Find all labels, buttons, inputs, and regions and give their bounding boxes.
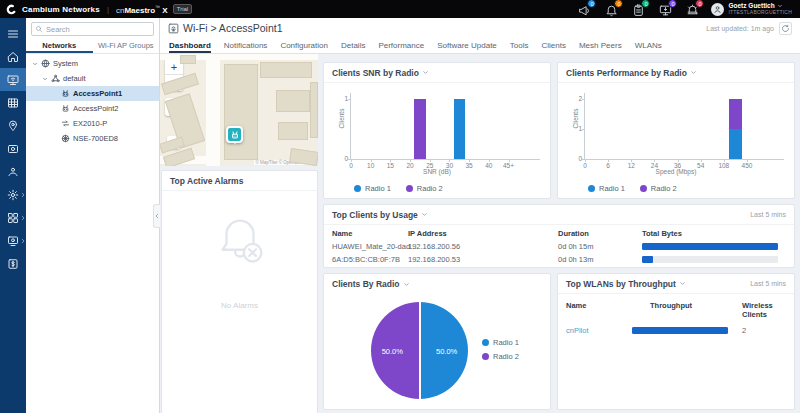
legend-dot [406, 185, 413, 192]
pie-slice-label: 50.0% [436, 346, 457, 355]
location-map[interactable]: HORDORFERSTRASSE © MapTiler © OpenStreet… [160, 54, 318, 166]
avatar [711, 3, 724, 16]
tree-item-ex2010-p[interactable]: EX2010-P [26, 116, 159, 131]
legend-item-radio-2[interactable]: Radio 2 [640, 184, 677, 193]
legend-dot [482, 353, 489, 360]
card-title: Clients SNR by Radio [332, 68, 429, 78]
sidebar-item-services[interactable] [0, 160, 26, 183]
column-header: Name [332, 230, 352, 239]
tree-items: SystemdefaultAccessPoint1AccessPoint2EX2… [26, 54, 159, 146]
devices-icon [7, 74, 19, 86]
card-title: Top Active Alarms [170, 176, 243, 186]
sidebar-item-menu[interactable] [0, 22, 26, 45]
wlan-name-link[interactable]: cnPilot [566, 326, 589, 335]
tab-tools[interactable]: Tools [510, 41, 529, 53]
tab-details[interactable]: Details [341, 41, 365, 53]
sidebar-item-tables[interactable] [0, 91, 26, 114]
sidebar-item-msp[interactable] [0, 229, 26, 252]
caret-down-icon[interactable] [32, 61, 38, 67]
chevron-down-icon[interactable] [422, 69, 429, 76]
table-row-cell: 192.168.200.53 [408, 255, 460, 264]
tab-clients[interactable]: Clients [542, 41, 566, 53]
announcements-icon[interactable]: 0 [578, 3, 591, 16]
legend-item-radio-1[interactable]: Radio 1 [588, 184, 625, 193]
map-building [224, 64, 258, 160]
snr-bar-chart: 01015202530354045+01 [350, 93, 540, 160]
tree-tab-wi-fi-ap-groups[interactable]: Wi-Fi AP Groups [93, 38, 160, 53]
column-header: Wireless Clients [742, 302, 784, 319]
breadcrumb-bar: Wi-Fi > AccessPoint1 Last updated: 1m ag… [160, 18, 800, 38]
card-clients-snr-by-radio: Clients SNR by Radio Clients 01015202530… [323, 62, 551, 199]
chevron-down-icon[interactable] [403, 281, 410, 288]
tab-dashboard[interactable]: Dashboard [169, 41, 211, 53]
chart-legend: Radio 1Radio 2 [588, 184, 677, 193]
tab-configuration[interactable]: Configuration [280, 41, 328, 53]
tree-tab-networks[interactable]: Networks [26, 38, 93, 53]
tab-notifications[interactable]: Notifications [224, 41, 268, 53]
chevron-down-icon[interactable] [690, 69, 697, 76]
y-tick-mark [348, 159, 351, 160]
tab-performance[interactable]: Performance [378, 41, 424, 53]
chart-legend: Radio 1Radio 2 [482, 338, 519, 361]
user-menu[interactable]: Goetz Guettich ITTESTLABORGUETTICH [711, 2, 792, 15]
sidebar-item-inventory[interactable] [0, 137, 26, 160]
search-input[interactable] [46, 25, 150, 34]
card-title: Top WLANs by Throughput [566, 279, 686, 289]
alarms-icon[interactable]: 0 [605, 3, 618, 16]
column-header: Name [566, 302, 586, 311]
tab-mesh-peers[interactable]: Mesh Peers [579, 41, 622, 53]
clients-usage-table: NameIP AddressDurationTotal BytesHUAWEI_… [324, 225, 794, 267]
globe-icon [41, 59, 50, 68]
y-tick-label: 2 [570, 95, 582, 102]
gear-icon [7, 189, 19, 201]
tree-item-default[interactable]: default [26, 71, 159, 86]
refresh-button[interactable] [779, 22, 792, 35]
y-tick-label: 1 [570, 125, 582, 132]
bar-radio-2 [729, 99, 742, 129]
clients-pie-chart: 50.0%50.0% [371, 302, 468, 399]
tree-item-accesspoint1[interactable]: AccessPoint1 [26, 86, 159, 101]
legend-item-radio-1[interactable]: Radio 1 [354, 184, 391, 193]
card-title: Top Clients by Usage [332, 210, 428, 220]
tree-tabs: NetworksWi-Fi AP Groups [26, 38, 159, 54]
alerts-icon[interactable]: 0 [686, 3, 699, 16]
jobs-icon[interactable]: 0 [632, 3, 645, 16]
sidebar-item-application[interactable] [0, 206, 26, 229]
legend-item-radio-2[interactable]: Radio 2 [482, 352, 519, 361]
msp-icon [7, 235, 19, 247]
map-building [260, 62, 312, 78]
card-top-active-alarms: Top Active Alarms No Alarms [161, 170, 318, 413]
card-title: Clients By Radio [332, 279, 410, 289]
apps-icon [7, 212, 19, 224]
tab-software-update[interactable]: Software Update [437, 41, 497, 53]
wifi-device-icon [168, 23, 179, 34]
sidebar-item-billing[interactable] [0, 252, 26, 275]
sidebar-item-home[interactable] [0, 45, 26, 68]
tree-item-system[interactable]: System [26, 56, 159, 71]
onboarding-icon[interactable]: 0 [659, 3, 672, 16]
brand: Cambium Networks | cnMaestro™ X Trial [6, 4, 192, 15]
tab-wlans[interactable]: WLANs [635, 41, 662, 53]
search-icon [35, 25, 43, 33]
legend-item-radio-1[interactable]: Radio 1 [482, 338, 519, 347]
caret-down-icon[interactable] [42, 76, 48, 82]
map-road [206, 54, 220, 166]
home-icon [7, 51, 19, 63]
sidebar-item-administration[interactable] [0, 183, 26, 206]
tree-collapse-handle[interactable] [153, 204, 160, 228]
access-point-map-marker[interactable] [226, 126, 243, 143]
sidebar-item-site-map[interactable] [0, 114, 26, 137]
tree-item-nse-700ed8[interactable]: NSE-700ED8 [26, 131, 159, 146]
y-tick-label: 0 [336, 155, 348, 162]
chevron-down-icon[interactable] [421, 211, 428, 218]
onboarding-count-badge: 0 [668, 0, 677, 8]
legend-item-radio-2[interactable]: Radio 2 [406, 184, 443, 193]
tree-item-accesspoint2[interactable]: AccessPoint2 [26, 101, 159, 116]
total-bytes-bar-track [642, 243, 778, 250]
map-building [276, 90, 310, 112]
switch-icon [61, 119, 70, 128]
time-range-label: Last 5 mins [750, 211, 786, 218]
y-tick-mark [348, 99, 351, 100]
sidebar-item-monitor-devices[interactable] [0, 68, 26, 91]
chevron-down-icon[interactable] [679, 280, 686, 287]
